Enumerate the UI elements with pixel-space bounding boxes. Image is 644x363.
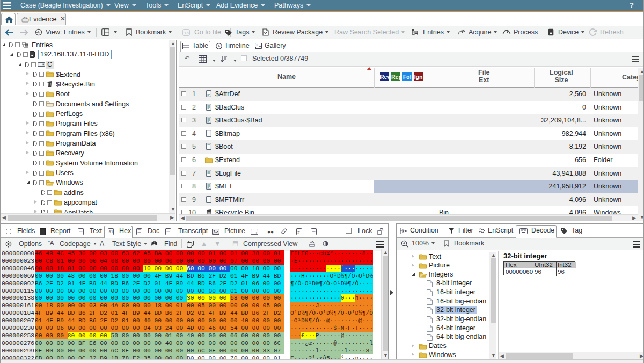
svg-text:1a: 1a <box>184 31 189 35</box>
svg-text:01: 01 <box>109 230 113 234</box>
